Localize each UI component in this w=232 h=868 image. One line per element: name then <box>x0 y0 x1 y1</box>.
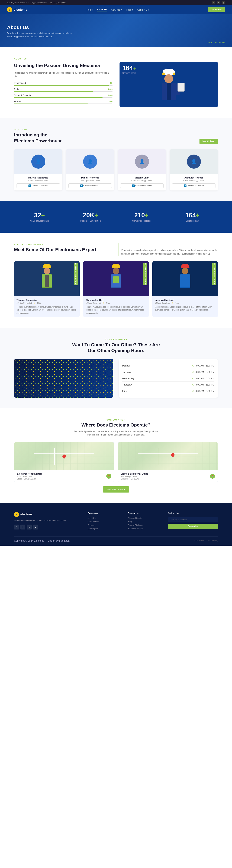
about-description: Turpis lacus mi arcu mauris lorem non ri… <box>14 71 113 78</box>
elec-stats-0: 199 Job Completed ★ 4.5/5 <box>16 302 77 304</box>
footer-link-safety[interactable]: Electrical Safety <box>128 517 161 519</box>
footer-privacy-link[interactable]: Privacy Policy <box>207 540 218 541</box>
hours-day-2: Wednesday <box>122 377 134 380</box>
team-role-1: Chief Operations Officer <box>68 180 112 182</box>
facebook-icon[interactable]: f <box>217 1 220 4</box>
loc-card-1: Electema Regional Office 456 Voltage Str… <box>118 442 218 482</box>
skill-name-1: Reliable <box>14 88 22 91</box>
see-all-team-button[interactable]: See All Team <box>199 139 218 144</box>
map-bg-0 <box>14 442 114 470</box>
map-bg-1 <box>118 442 218 470</box>
footer-twitter-icon[interactable]: 𝕏 <box>14 525 19 529</box>
elec-name-1: Christopher Hoy <box>86 299 146 301</box>
team-card-2: 👤 Victoria Chen Chief Technology Officer… <box>118 149 166 190</box>
footer-subscribe-col: Subscribe Subscribe <box>168 512 218 531</box>
footer-resources-col: Resources Electrical Safety Blog Energy … <box>128 512 161 531</box>
footer-instagram-icon[interactable]: ◈ <box>27 525 32 529</box>
subscribe-input[interactable] <box>168 517 218 522</box>
skill-pct-0: 96 <box>110 82 113 84</box>
elec-badge-2: ELECTRICIANS EXPERT <box>212 263 216 285</box>
hours-time-0: ⏱ 8:00 AM - 5:00 PM <box>192 364 215 367</box>
hours-row-2: Wednesday ⏱ 8:00 AM - 5:00 PM <box>122 375 215 382</box>
team-grid: 👤 Marcus Rodriguez Chief Executive Offic… <box>14 149 218 190</box>
team-card-1: 👤 Daniel Reynolds Chief Operations Offic… <box>66 149 114 190</box>
location-pin-icon-1[interactable]: 📍 <box>210 474 215 478</box>
worker-silhouette-0 <box>39 264 55 293</box>
loc-name-0: Electema Headquarters <box>17 472 42 475</box>
location-pin-icon-0[interactable]: 📍 <box>106 474 111 478</box>
electricians-description: Vitae lectus commodo ullamcorper sit nis… <box>118 243 218 256</box>
location-grid: Electema Headquarters 1234 Power Lane El… <box>14 442 218 482</box>
footer-link-about[interactable]: About Us <box>87 517 121 519</box>
get-started-button[interactable]: Get Started <box>208 7 225 12</box>
nav-page[interactable]: Page ▾ <box>126 8 133 11</box>
hours-day-4: Friday <box>122 390 128 392</box>
team-name-0: Marcus Rodriguez <box>16 176 60 179</box>
footer-logo-icon: e <box>14 512 19 517</box>
stat-label-0: Years of Experience <box>17 220 61 222</box>
footer-terms-link[interactable]: Terms of use <box>194 540 204 541</box>
subscribe-button[interactable]: Subscribe <box>168 524 218 529</box>
map-1[interactable] <box>118 442 218 470</box>
see-all-locations-button[interactable]: See All Location <box>103 486 129 493</box>
linkedin-btn-0[interactable]: in Connect On LinkedIn <box>16 183 60 188</box>
skill-name-0: Experienced <box>14 82 26 84</box>
map-0[interactable] <box>14 442 114 470</box>
top-bar: 123 Anywhere Street, NY hi@electema.com … <box>0 0 232 5</box>
logo[interactable]: e electema <box>7 7 27 12</box>
hours-time-3: ⏱ 8:00 AM - 5:00 PM <box>192 383 215 386</box>
team-photo-3: 👤 <box>169 149 218 174</box>
stat-label-1: Customer Satisfaction <box>69 220 112 222</box>
linkedin-icon-2: in <box>132 184 134 187</box>
logo-icon: e <box>7 7 12 12</box>
worker-illustration <box>124 67 214 102</box>
footer-youtube-icon[interactable]: ▶ <box>33 525 38 529</box>
cable-illustration <box>14 359 113 398</box>
elec-rating-1: 4.5/5 <box>106 302 110 304</box>
linkedin-btn-3[interactable]: in Connect On LinkedIn <box>172 183 216 188</box>
skill-name-2: Skilled & Capable <box>14 94 31 97</box>
footer-link-services[interactable]: Our Services <box>87 521 121 523</box>
skill-experienced: Experienced 96 <box>14 82 113 86</box>
team-name-2: Victoria Chen <box>120 176 164 179</box>
star-rating-1: ★ <box>103 302 104 304</box>
footer-bottom: Copyright © 2024 Electema · Design by Fa… <box>14 536 218 542</box>
team-name-1: Daniel Reynolds <box>68 176 112 179</box>
footer-resources-title: Resources <box>128 512 161 515</box>
stat-number-2: 210+ <box>119 212 163 219</box>
elec-info-1: Christopher Hoy 198 Job Completed ★ 4.5/… <box>83 296 149 317</box>
linkedin-btn-2[interactable]: in Connect On LinkedIn <box>120 183 164 188</box>
nav-services[interactable]: Services ▾ <box>111 8 122 11</box>
about-section: ABOUT US Unveiling the Passion Driving E… <box>0 47 232 118</box>
loc-name-1: Electema Regional Office <box>121 472 148 475</box>
footer-link-energy[interactable]: Energy Efficiency <box>128 524 161 526</box>
elec-name-2: Lorenzo Morrison <box>155 299 216 301</box>
elec-info-2: Lorenzo Morrison 199 Job Completed ★ 4.5… <box>152 296 218 314</box>
star-rating-2: ★ <box>172 302 173 304</box>
team-info-1: Daniel Reynolds Chief Operations Officer… <box>66 174 114 190</box>
nav-home[interactable]: Home <box>87 8 93 11</box>
clock-icon-0: ⏱ <box>192 364 194 367</box>
team-label: OUR TEAM <box>14 128 63 131</box>
footer-company-title: Company <box>87 512 121 515</box>
instagram-icon[interactable]: ◈ <box>222 1 225 4</box>
footer-link-blog[interactable]: Blog <box>128 521 161 523</box>
breadcrumb-home[interactable]: HOME <box>207 41 212 44</box>
footer-link-youtube[interactable]: Youtube Channel <box>128 528 161 530</box>
nav-about[interactable]: About Us <box>97 8 107 11</box>
footer-link-careers[interactable]: Careers <box>87 524 121 526</box>
stats-grid: 32+ Years of Experience 20K+ Customer Sa… <box>14 208 218 226</box>
footer-subscribe-title: Subscribe <box>168 512 218 515</box>
hours-image <box>14 359 113 398</box>
linkedin-btn-1[interactable]: in Connect On LinkedIn <box>68 183 112 188</box>
about-heading: Unveiling the Passion Driving Electema <box>14 63 113 69</box>
linkedin-label-1: Connect On LinkedIn <box>83 185 100 187</box>
loc-addr1-0: 1234 Power Lane <box>17 476 42 478</box>
footer-company-col: Company About Us Our Services Careers Ou… <box>87 512 121 531</box>
linkedin-icon-3: in <box>184 184 187 187</box>
footer-facebook-icon[interactable]: f <box>21 525 25 529</box>
twitter-icon[interactable]: 𝕏 <box>212 1 215 4</box>
footer-link-projects[interactable]: Our Projects <box>87 528 121 530</box>
nav-contact[interactable]: Contact Us <box>137 8 149 11</box>
hours-table: Monday ⏱ 8:00 AM - 5:00 PM Tuesday ⏱ 8:0… <box>119 359 218 398</box>
